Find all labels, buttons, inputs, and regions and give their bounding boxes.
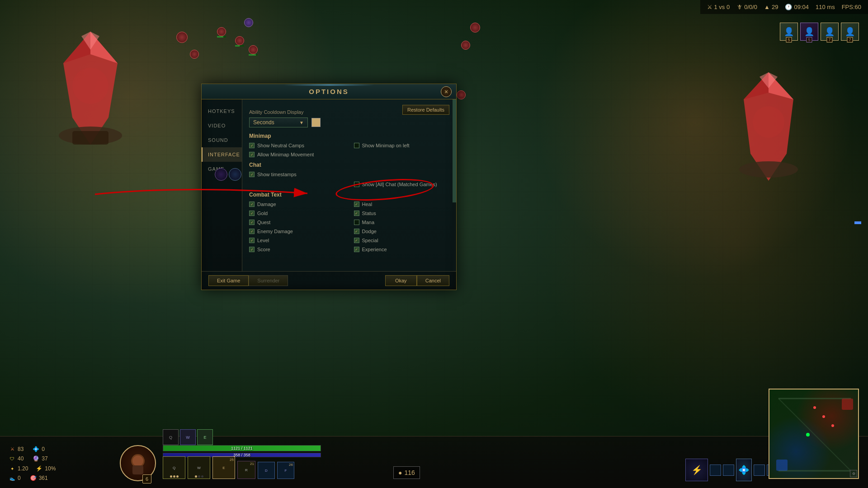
combat-left-2: Quest: [249, 219, 345, 226]
combat-chk-right-5[interactable]: [354, 247, 359, 252]
minimap-options: Show Neutral Camps Show Minimap on left …: [249, 142, 449, 158]
svg-rect-16: [132, 465, 143, 474]
attack-value: 83: [18, 445, 24, 455]
combat-right-5: Experience: [354, 246, 450, 253]
cancel-button[interactable]: Cancel: [417, 275, 449, 286]
ability-f-key: F: [285, 469, 287, 473]
gold-value-top: 29: [772, 4, 778, 10]
combat-chk-left-3[interactable]: [249, 229, 255, 234]
crystal-right: [728, 68, 809, 185]
score-value: 1 vs 0: [714, 4, 730, 10]
item-3[interactable]: [723, 465, 734, 476]
nav-item-hotkeys[interactable]: HOTKEYS: [202, 104, 242, 118]
combat-chk-right-4[interactable]: [354, 238, 359, 243]
dot-w-2: [198, 475, 200, 478]
minimap-checkbox-0[interactable]: [249, 143, 255, 148]
ability-f[interactable]: F 26: [277, 462, 294, 479]
gold-coin-icon: ●: [398, 469, 402, 476]
minimap-section-title: Minimap: [249, 133, 449, 139]
ms-icon: 👟: [9, 475, 15, 482]
combat-chk-left-0[interactable]: [249, 202, 255, 207]
crit-icon: ✦: [9, 466, 15, 472]
ping-value: 110 ms: [816, 4, 835, 10]
item-slots-top: Q W E: [163, 429, 213, 445]
nav-item-video[interactable]: VIDEO: [202, 118, 242, 133]
combat-chk-right-2[interactable]: [354, 220, 359, 225]
nav-item-interface[interactable]: INTERFACE: [202, 147, 242, 162]
minimap[interactable]: ⚙: [769, 389, 859, 479]
restore-defaults-button[interactable]: Restore Defaults: [402, 105, 449, 115]
combat-chk-left-1[interactable]: [249, 211, 255, 216]
combat-left-3: Enemy Damage: [249, 228, 345, 235]
combat-right-3: Dodge: [354, 228, 450, 235]
combat-chk-left-4[interactable]: [249, 238, 255, 243]
dropdown-arrow-icon: ▼: [299, 120, 304, 125]
item-slot-3[interactable]: E: [197, 429, 213, 445]
minimap-option-0: Show Neutral Camps: [249, 142, 345, 149]
ability-r[interactable]: R 21: [237, 461, 255, 479]
combat-chk-right-1[interactable]: [354, 211, 359, 216]
gold-amount: 116: [404, 469, 415, 476]
minimap-inner: [769, 389, 858, 478]
ability-w-dots: [195, 475, 203, 478]
combat-chk-right-3[interactable]: [354, 229, 359, 234]
ability-q[interactable]: Q: [163, 456, 185, 479]
combat-left-4: Level: [249, 237, 345, 244]
chat-checkbox-1[interactable]: [354, 182, 359, 187]
ability-e-level: 25: [230, 458, 234, 462]
minion-right-3: [457, 90, 466, 99]
dropdown-value: Seconds: [253, 119, 274, 126]
options-dialog[interactable]: OPTIONS × HOTKEYS VIDEO SOUND INTERFACE …: [201, 84, 457, 290]
combat-chk-right-0[interactable]: [354, 202, 359, 207]
svg-line-19: [778, 399, 851, 471]
dialog-body: HOTKEYS VIDEO SOUND INTERFACE GAME Resto…: [202, 99, 456, 271]
hud-top: ⚔ 1 vs 0 🗡 0/0/0 ▲ 29 🕐 09:04 110 ms FPS…: [700, 0, 868, 14]
combat-chk-left-5[interactable]: [249, 247, 255, 252]
minion-right-2: [461, 41, 470, 50]
svg-rect-6: [72, 131, 108, 145]
minion-1: [217, 27, 226, 36]
player-panel: 👤 5 👤 5 👤 7 👤 7: [780, 23, 859, 41]
minimap-terrain: [769, 389, 860, 480]
chat-option-0: Show timestamps: [249, 171, 449, 178]
item-4[interactable]: [754, 465, 765, 476]
minimap-checkbox-2[interactable]: [354, 143, 359, 148]
buff-icons: [215, 168, 241, 181]
ability-d[interactable]: D: [258, 462, 275, 479]
item-slot-1[interactable]: Q: [163, 429, 179, 445]
minion-right-1: [470, 23, 480, 33]
time-display: 🕐 09:04: [785, 4, 809, 10]
minimap-settings-button[interactable]: ⚙: [850, 470, 857, 477]
scrollbar-thumb[interactable]: [453, 99, 456, 202]
player-level-4: 7: [847, 37, 853, 42]
active-item[interactable]: 💠: [736, 459, 752, 481]
summoner-spell-1[interactable]: ⚡: [685, 459, 708, 481]
ability-cooldown-dropdown[interactable]: Seconds ▼: [249, 117, 308, 127]
ability-q-key: Q: [173, 466, 175, 470]
combat-right-2: Mana: [354, 219, 450, 226]
champion-level: 6: [142, 474, 151, 483]
okay-button[interactable]: Okay: [385, 275, 417, 286]
combat-lbl-right-2: Mana: [362, 220, 375, 225]
dialog-close-button[interactable]: ×: [441, 86, 452, 97]
ability-w[interactable]: W: [188, 456, 210, 479]
gold-icon-top: ▲: [764, 4, 770, 10]
nav-item-sound[interactable]: SOUND: [202, 133, 242, 147]
color-swatch[interactable]: [311, 118, 321, 127]
exit-game-button[interactable]: Exit Game: [208, 275, 249, 286]
chat-checkbox-0[interactable]: [249, 172, 255, 177]
combat-lbl-right-5: Experience: [362, 247, 387, 252]
minimap-checkbox-1[interactable]: [249, 152, 255, 157]
svg-point-22: [806, 433, 810, 436]
minimap-option-2: Show Minimap on left: [354, 142, 450, 149]
combat-lbl-right-4: Special: [362, 238, 378, 243]
dialog-footer: Exit Game Surrender Okay Cancel: [202, 271, 456, 290]
fps-display: FPS:60: [842, 4, 861, 10]
minimap-option-1: Allow Minimap Movement: [249, 151, 345, 158]
ability-e[interactable]: E 25: [212, 456, 235, 479]
surrender-button[interactable]: Surrender: [249, 275, 288, 286]
item-2[interactable]: [710, 465, 721, 476]
scrollbar-track[interactable]: [453, 99, 456, 271]
combat-chk-left-2[interactable]: [249, 220, 255, 225]
item-slot-2[interactable]: W: [180, 429, 196, 445]
